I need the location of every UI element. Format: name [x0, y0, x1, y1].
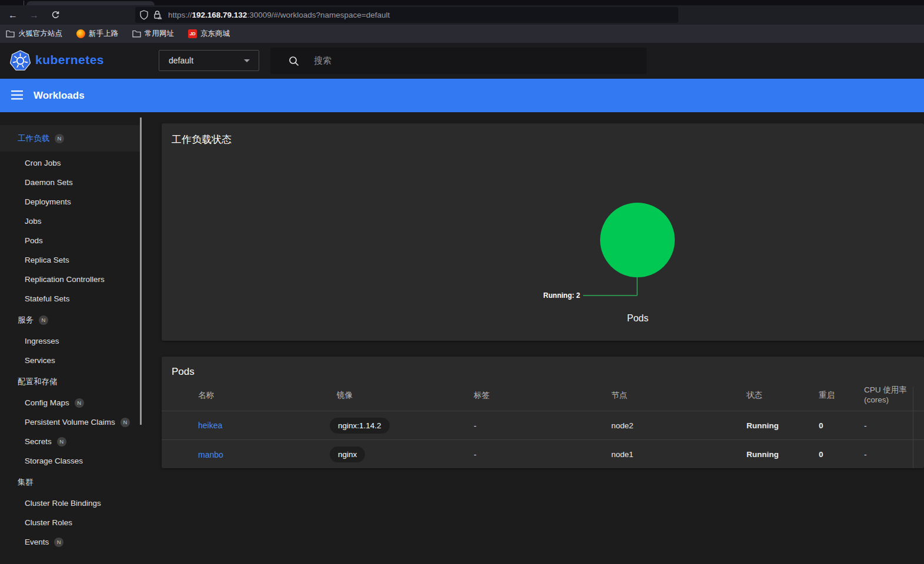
sidebar-item-persistent-volume-claims[interactable]: Persistent Volume ClaimsN	[0, 412, 141, 432]
sidebar-item-ingresses[interactable]: Ingresses	[0, 331, 141, 351]
bookmark-label: 常用网址	[145, 29, 174, 39]
sidebar-item-deployments[interactable]: Deployments	[0, 192, 141, 212]
pods-card: Pods 名称镜像标签节点状态重启CPU 使用率 (cores) heikean…	[162, 357, 924, 468]
sidebar-item-replication-controllers[interactable]: Replication Controllers	[0, 270, 141, 289]
restarts-cell: 0	[819, 450, 864, 459]
namespace-selector[interactable]: default	[159, 50, 259, 71]
pie-annotation: Running: 2	[514, 291, 580, 300]
back-icon[interactable]: ←	[5, 5, 21, 25]
new-badge: N	[55, 134, 64, 143]
status-cell	[162, 450, 198, 459]
search-box[interactable]: 搜索	[270, 48, 647, 74]
sidebar-section-配置和存储[interactable]: 配置和存储	[0, 372, 141, 391]
bookmark-item[interactable]: 火狐官方站点	[6, 29, 62, 39]
bookmark-item[interactable]: 常用网址	[132, 29, 174, 39]
menu-icon[interactable]	[11, 90, 23, 102]
pods-pie-chart[interactable]	[600, 203, 675, 277]
namespace-value: default	[169, 56, 193, 65]
node-cell: node2	[611, 421, 746, 430]
sidebar-section-工作负载[interactable]: 工作负载N	[0, 125, 141, 152]
sidebar-item-jobs[interactable]: Jobs	[0, 212, 141, 231]
labels-cell: -	[474, 421, 611, 430]
workload-status-card: 工作负载状态 Running: 2 Pods	[162, 123, 924, 341]
url-text: https://192.168.79.132:30009/#/workloads…	[168, 11, 390, 19]
name-cell: manbo	[198, 450, 337, 459]
cpu-cell: -	[864, 421, 924, 430]
image-pill: nginx	[330, 446, 365, 462]
sidebar-label: Cluster Roles	[25, 518, 72, 527]
url-bar[interactable]: https://192.168.79.132:30009/#/workloads…	[135, 7, 678, 23]
pod-name-link[interactable]: manbo	[198, 450, 223, 459]
browser-tab[interactable]	[26, 1, 155, 5]
sidebar-item-cluster-roles[interactable]: Cluster Roles	[0, 513, 141, 532]
card-title: 工作负载状态	[172, 133, 232, 146]
sidebar-label: Secrets	[25, 437, 52, 446]
sidebar-label: Config Maps	[25, 398, 69, 407]
sidebar-item-storage-classes[interactable]: Storage Classes	[0, 451, 141, 471]
image-cell: nginx	[337, 446, 474, 462]
sidebar-item-events[interactable]: EventsN	[0, 532, 141, 552]
sidebar-item-stateful-sets[interactable]: Stateful Sets	[0, 289, 141, 308]
brand-title[interactable]: kubernetes	[35, 53, 104, 67]
new-badge: N	[39, 315, 48, 325]
new-badge: N	[75, 398, 84, 408]
tab-divider	[24, 1, 24, 5]
search-icon	[288, 55, 300, 67]
folder-icon	[6, 30, 15, 38]
browser-window: ← → https://1	[0, 0, 924, 564]
pie-leader-line	[583, 295, 637, 296]
sidebar-label: Stateful Sets	[25, 294, 70, 303]
shield-icon[interactable]	[140, 10, 148, 20]
url-path: :30009/#/workloads?namespace=default	[247, 11, 390, 19]
name-cell: heikea	[198, 421, 337, 430]
sidebar-label: 配置和存储	[18, 377, 58, 387]
sidebar-label: 服务	[18, 315, 34, 325]
sidebar-item-secrets[interactable]: SecretsN	[0, 432, 141, 451]
sidebar-item-pods[interactable]: Pods	[0, 231, 141, 250]
state-cell: Running	[746, 421, 819, 430]
column-header: 重启	[819, 390, 864, 401]
sidebar-item-cron-jobs[interactable]: Cron Jobs	[0, 153, 141, 173]
column-header: CPU 使用率 (cores)	[864, 385, 924, 405]
status-cell	[162, 421, 198, 430]
search-placeholder: 搜索	[314, 55, 332, 66]
pod-name-link[interactable]: heikea	[198, 421, 222, 430]
column-header: 标签	[474, 390, 611, 401]
pod-row: manbonginx-node1Running0-	[162, 440, 924, 468]
state-cell: Running	[746, 450, 819, 459]
sidebar-label: Events	[25, 538, 49, 546]
sidebar-label: Services	[25, 356, 55, 365]
kubernetes-logo-icon	[9, 50, 31, 74]
column-header: 状态	[746, 390, 819, 401]
node-cell: node1	[611, 450, 746, 459]
forward-icon[interactable]: →	[26, 5, 42, 25]
firefox-icon	[76, 29, 85, 38]
sidebar-label: 集群	[18, 477, 34, 488]
url-scheme: https://	[168, 11, 192, 19]
column-header: 名称	[198, 390, 337, 401]
column-header: 节点	[611, 390, 746, 401]
browser-tab-strip	[0, 0, 924, 5]
app-header: kubernetes default 搜索	[0, 43, 924, 79]
sidebar-label: Ingresses	[25, 337, 59, 345]
reload-icon[interactable]	[47, 5, 63, 25]
bookmark-item[interactable]: JD京东商城	[188, 29, 230, 39]
image-cell: nginx:1.14.2	[337, 418, 474, 434]
sidebar-scrollbar[interactable]	[140, 118, 142, 425]
sidebar-item-config-maps[interactable]: Config MapsN	[0, 393, 141, 412]
new-badge: N	[54, 538, 63, 547]
lock-warning-icon[interactable]	[153, 10, 162, 20]
card-title: Pods	[172, 366, 195, 378]
sidebar-label: Deployments	[25, 197, 71, 206]
sidebar-item-cluster-role-bindings[interactable]: Cluster Role Bindings	[0, 494, 141, 513]
sidebar-section-服务[interactable]: 服务N	[0, 310, 141, 330]
sidebar-item-services[interactable]: Services	[0, 351, 141, 370]
column-divider	[913, 387, 913, 468]
new-badge: N	[57, 437, 66, 446]
folder-icon	[132, 30, 141, 38]
sidebar-item-replica-sets[interactable]: Replica Sets	[0, 250, 141, 270]
bookmark-item[interactable]: 新手上路	[76, 29, 118, 39]
sidebar-section-集群[interactable]: 集群	[0, 472, 141, 492]
sidebar-item-daemon-sets[interactable]: Daemon Sets	[0, 173, 141, 192]
column-header: 镜像	[337, 390, 474, 401]
